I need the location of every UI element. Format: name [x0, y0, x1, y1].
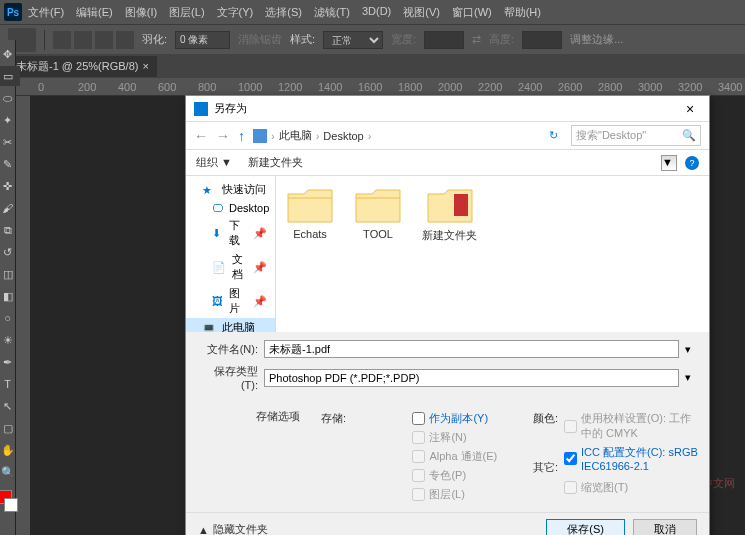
folder-item[interactable]: 新建文件夹 [422, 186, 477, 243]
other-option-thumb: 缩览图(T) [564, 478, 699, 497]
main-menu: 文件(F) 编辑(E) 图像(I) 图层(L) 文字(Y) 选择(S) 滤镜(T… [28, 5, 541, 20]
filetype-select[interactable] [264, 369, 679, 387]
dialog-navigation-bar: ← → ↑ › 此电脑 › Desktop › ↻ 搜索"Desktop" 🔍 [186, 122, 709, 150]
feather-value-input[interactable] [175, 31, 230, 49]
save-option-alpha: Alpha 通道(E) [412, 447, 528, 466]
sidebar-item-thispc[interactable]: 💻此电脑 [186, 318, 275, 332]
other-column-label: 其它: [528, 460, 558, 475]
selection-mode-icons[interactable] [53, 31, 134, 49]
blur-tool-icon[interactable]: ○ [0, 308, 20, 328]
save-options-title: 存储选项 [256, 409, 316, 424]
menu-select[interactable]: 选择(S) [265, 5, 302, 20]
menu-filter[interactable]: 滤镜(T) [314, 5, 350, 20]
save-option-layers: 图层(L) [412, 485, 528, 504]
search-icon: 🔍 [682, 129, 696, 142]
heal-tool-icon[interactable]: ✜ [0, 176, 20, 196]
organize-menu[interactable]: 组织 ▼ [196, 155, 232, 170]
folder-icon [286, 186, 334, 224]
stamp-tool-icon[interactable]: ⧉ [0, 220, 20, 240]
hide-folders-toggle[interactable]: ▲隐藏文件夹 [198, 522, 268, 535]
height-input [522, 31, 562, 49]
color-column-label: 颜色: [528, 411, 558, 426]
folder-icon [354, 186, 402, 224]
save-as-dialog: 另存为 × ← → ↑ › 此电脑 › Desktop › ↻ 搜索"Deskt… [185, 95, 710, 535]
folder-sidebar: ★快速访问 🖵Desktop📌 ⬇下载📌 📄文档📌 🖼图片📌 💻此电脑 🌐网络 [186, 176, 276, 332]
file-listing[interactable]: Echats TOOL 新建文件夹 [276, 176, 709, 332]
hand-tool-icon[interactable]: ✋ [0, 440, 20, 460]
menu-view[interactable]: 视图(V) [403, 5, 440, 20]
filename-form: 文件名(N): ▾ 保存类型(T): ▾ [186, 332, 709, 405]
history-brush-tool-icon[interactable]: ↺ [0, 242, 20, 262]
save-option-spot: 专色(P) [412, 466, 528, 485]
filename-label: 文件名(N): [198, 342, 258, 357]
marquee-tool-icon[interactable]: ▭ [0, 66, 20, 86]
search-input[interactable]: 搜索"Desktop" 🔍 [571, 125, 701, 146]
sidebar-item-documents[interactable]: 📄文档📌 [186, 250, 275, 284]
menu-bar: Ps 文件(F) 编辑(E) 图像(I) 图层(L) 文字(Y) 选择(S) 滤… [0, 0, 745, 24]
background-color[interactable] [4, 498, 18, 512]
dodge-tool-icon[interactable]: ☀ [0, 330, 20, 350]
refine-edge-button[interactable]: 调整边缘... [570, 32, 623, 47]
sidebar-item-downloads[interactable]: ⬇下载📌 [186, 216, 275, 250]
save-button[interactable]: 保存(S) [546, 519, 625, 535]
style-select[interactable]: 正常 [323, 31, 383, 49]
style-label: 样式: [290, 32, 315, 47]
eyedropper-tool-icon[interactable]: ✎ [0, 154, 20, 174]
pen-tool-icon[interactable]: ✒ [0, 352, 20, 372]
color-option-icc[interactable]: ICC 配置文件(C): sRGB IEC61966-2.1 [564, 443, 699, 474]
nav-back-icon[interactable]: ← [194, 128, 208, 144]
breadcrumb[interactable]: › 此电脑 › Desktop › [253, 128, 541, 143]
help-icon[interactable]: ? [685, 156, 699, 170]
menu-image[interactable]: 图像(I) [125, 5, 157, 20]
folder-item[interactable]: TOOL [354, 186, 402, 240]
save-option-notes: 注释(N) [412, 428, 528, 447]
sidebar-item-desktop[interactable]: 🖵Desktop📌 [186, 199, 275, 216]
brush-tool-icon[interactable]: 🖌 [0, 198, 20, 218]
lasso-tool-icon[interactable]: ⬭ [0, 88, 20, 108]
sidebar-item-quickaccess[interactable]: ★快速访问 [186, 180, 275, 199]
shape-tool-icon[interactable]: ▢ [0, 418, 20, 438]
breadcrumb-item[interactable]: Desktop [323, 130, 363, 142]
close-dialog-icon[interactable]: × [675, 99, 705, 119]
dialog-title-bar: 另存为 × [186, 96, 709, 122]
view-options-icon[interactable]: ▼ [661, 155, 677, 171]
color-swatch[interactable] [0, 490, 18, 512]
menu-3d[interactable]: 3D(D) [362, 5, 391, 20]
new-folder-button[interactable]: 新建文件夹 [248, 155, 303, 170]
zoom-tool-icon[interactable]: 🔍 [0, 462, 20, 482]
width-input [424, 31, 464, 49]
options-bar: 羽化: 消除锯齿 样式: 正常 宽度: ⇄ 高度: 调整边缘... [0, 24, 745, 54]
sidebar-item-pictures[interactable]: 🖼图片📌 [186, 284, 275, 318]
save-option-copy[interactable]: 作为副本(Y) [412, 409, 528, 428]
color-option-proof: 使用校样设置(O): 工作中的 CMYK [564, 409, 699, 443]
menu-help[interactable]: 帮助(H) [504, 5, 541, 20]
photoshop-dialog-icon [194, 102, 208, 116]
document-tab[interactable]: 未标题-1 @ 25%(RGB/8) × [8, 56, 157, 77]
folder-label: 新建文件夹 [422, 228, 477, 243]
cancel-button[interactable]: 取消 [633, 519, 697, 535]
refresh-icon[interactable]: ↻ [549, 129, 563, 142]
text-tool-icon[interactable]: T [0, 374, 20, 394]
eraser-tool-icon[interactable]: ◫ [0, 264, 20, 284]
wand-tool-icon[interactable]: ✦ [0, 110, 20, 130]
move-tool-icon[interactable]: ✥ [0, 44, 20, 64]
menu-layer[interactable]: 图层(L) [169, 5, 204, 20]
menu-text[interactable]: 文字(Y) [217, 5, 254, 20]
crop-tool-icon[interactable]: ✂ [0, 132, 20, 152]
dialog-toolbar: 组织 ▼ 新建文件夹 ▼ ? [186, 150, 709, 176]
close-tab-icon[interactable]: × [142, 60, 148, 72]
dialog-body: ★快速访问 🖵Desktop📌 ⬇下载📌 📄文档📌 🖼图片📌 💻此电脑 🌐网络 … [186, 176, 709, 332]
menu-window[interactable]: 窗口(W) [452, 5, 492, 20]
folder-icon [426, 186, 474, 224]
menu-file[interactable]: 文件(F) [28, 5, 64, 20]
nav-up-icon[interactable]: ↑ [238, 128, 245, 144]
path-tool-icon[interactable]: ↖ [0, 396, 20, 416]
folder-label: Echats [293, 228, 327, 240]
nav-forward-icon[interactable]: → [216, 128, 230, 144]
feather-label: 羽化: [142, 32, 167, 47]
filename-input[interactable] [264, 340, 679, 358]
folder-item[interactable]: Echats [286, 186, 334, 240]
menu-edit[interactable]: 编辑(E) [76, 5, 113, 20]
breadcrumb-item[interactable]: 此电脑 [279, 128, 312, 143]
gradient-tool-icon[interactable]: ◧ [0, 286, 20, 306]
